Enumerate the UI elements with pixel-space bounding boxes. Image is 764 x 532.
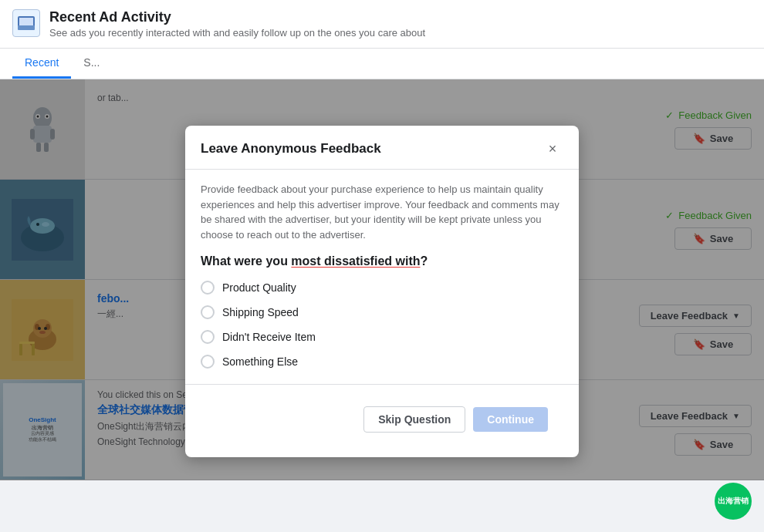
page-subtitle: See ads you recently interacted with and… (49, 27, 425, 39)
modal-overlay: Leave Anonymous Feedback × Provide feedb… (0, 79, 764, 480)
modal-header: Leave Anonymous Feedback × (185, 126, 579, 170)
modal-description: Provide feedback about your purchase exp… (201, 182, 563, 242)
question-emphasis: most dissatisfied with (291, 254, 420, 268)
radio-option-product-quality[interactable]: Product Quality (201, 281, 563, 295)
radio-option-didnt-receive[interactable]: Didn't Receive Item (201, 330, 563, 344)
tabs-bar: Recent S... (0, 49, 764, 79)
modal-close-button[interactable]: × (542, 138, 563, 160)
radio-option-shipping-speed[interactable]: Shipping Speed (201, 305, 563, 319)
radio-label-3: Didn't Receive Item (222, 331, 316, 343)
modal-divider (185, 384, 579, 385)
radio-circle-3 (201, 330, 215, 344)
radio-label-4: Something Else (222, 355, 298, 368)
radio-circle-1 (201, 281, 215, 295)
tab-saved[interactable]: S... (71, 49, 112, 79)
radio-option-something-else[interactable]: Something Else (201, 355, 563, 369)
modal-body: Provide feedback about your purchase exp… (185, 170, 579, 457)
modal-footer: Skip Question Continue (201, 397, 563, 445)
wechat-icon: 出海营销 (715, 483, 752, 520)
radio-label-2: Shipping Speed (222, 306, 299, 318)
header-icon (12, 9, 40, 37)
svg-rect-2 (18, 25, 35, 30)
continue-button[interactable]: Continue (473, 407, 548, 432)
header-text: Recent Ad Activity See ads you recently … (49, 9, 425, 39)
radio-label-1: Product Quality (222, 281, 296, 294)
page-header: Recent Ad Activity See ads you recently … (0, 0, 764, 49)
modal-question: What were you most dissatisfied with? (201, 254, 563, 268)
radio-group: Product Quality Shipping Speed Didn't Re… (201, 281, 563, 369)
svg-rect-1 (19, 18, 33, 25)
main-content: or tab... ✓ Feedback Given 🔖 Save (0, 79, 764, 480)
modal-title: Leave Anonymous Feedback (201, 141, 381, 157)
wechat-button[interactable]: 出海营销 (715, 483, 752, 520)
radio-circle-4 (201, 355, 215, 369)
question-suffix: ? (421, 254, 428, 268)
tab-recent[interactable]: Recent (12, 49, 71, 79)
skip-question-button[interactable]: Skip Question (363, 406, 465, 433)
feedback-modal: Leave Anonymous Feedback × Provide feedb… (185, 126, 579, 457)
page-title: Recent Ad Activity (49, 9, 425, 25)
radio-circle-2 (201, 305, 215, 319)
question-prefix: What were you (201, 254, 291, 268)
